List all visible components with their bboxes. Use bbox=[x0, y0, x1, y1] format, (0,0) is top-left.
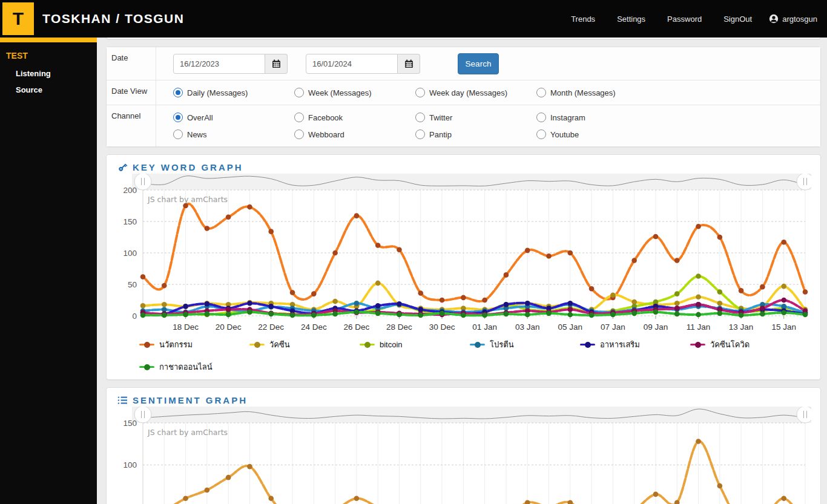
series-bullet-4[interactable] bbox=[268, 304, 274, 309]
nav-link-password[interactable]: Password bbox=[667, 15, 702, 24]
legend-item-bitcoin[interactable]: bitcoin bbox=[360, 338, 470, 351]
series-bullet-0[interactable] bbox=[247, 205, 252, 210]
sidebar-item-source[interactable]: Source bbox=[0, 82, 97, 98]
app-logo[interactable]: T bbox=[2, 2, 34, 35]
series-bullet-6[interactable] bbox=[332, 312, 338, 317]
series-bullet-2[interactable] bbox=[717, 289, 723, 295]
series-bullet-6[interactable] bbox=[653, 309, 659, 315]
date-from-input[interactable] bbox=[173, 54, 265, 74]
series-bullet-6[interactable] bbox=[739, 313, 744, 318]
series-bullet-6[interactable] bbox=[140, 313, 146, 318]
series-bullet-5[interactable] bbox=[674, 306, 680, 311]
series-bullet-0[interactable] bbox=[674, 258, 680, 263]
chart-scrollbar-track[interactable] bbox=[132, 174, 811, 190]
channel-option-webboard[interactable]: Webboard bbox=[294, 129, 415, 139]
series-bullet-5[interactable] bbox=[760, 306, 765, 311]
series-bullet-0[interactable] bbox=[525, 500, 530, 504]
channel-option-pantip[interactable]: Pantip bbox=[415, 129, 536, 139]
chart-scrollbar-handle-right[interactable] bbox=[797, 407, 811, 423]
series-bullet-6[interactable] bbox=[504, 312, 509, 317]
series-bullet-4[interactable] bbox=[205, 301, 210, 307]
channel-option-overall[interactable]: OverAll bbox=[173, 113, 294, 122]
series-bullet-6[interactable] bbox=[781, 310, 786, 316]
legend-item-item-4[interactable]: อาหารเสริม bbox=[580, 338, 690, 351]
dateview-option-daily-messages[interactable]: Daily (Messages) bbox=[173, 88, 294, 97]
search-button[interactable]: Search bbox=[458, 53, 499, 74]
series-bullet-0[interactable] bbox=[183, 496, 188, 502]
series-bullet-1[interactable] bbox=[610, 292, 616, 298]
series-bullet-0[interactable] bbox=[354, 213, 360, 218]
series-bullet-5[interactable] bbox=[568, 307, 573, 312]
series-bullet-6[interactable] bbox=[397, 312, 402, 318]
dateview-option-week-messages[interactable]: Week (Messages) bbox=[294, 88, 415, 97]
series-bullet-1[interactable] bbox=[140, 303, 146, 309]
series-bullet-0[interactable] bbox=[205, 226, 210, 231]
series-bullet-6[interactable] bbox=[610, 312, 616, 318]
series-bullet-0[interactable] bbox=[205, 488, 210, 493]
series-bullet-0[interactable] bbox=[781, 496, 786, 502]
legend-item-item-0[interactable]: นวัตกรรม bbox=[139, 338, 249, 351]
series-bullet-0[interactable] bbox=[653, 492, 659, 497]
nav-link-signout[interactable]: SignOut bbox=[723, 15, 752, 24]
sentiment-chart-canvas[interactable]: 050100150JS chart by amCharts18 Dec20 De… bbox=[115, 407, 811, 504]
series-bullet-6[interactable] bbox=[311, 313, 317, 318]
series-bullet-1[interactable] bbox=[674, 301, 680, 306]
series-bullet-0[interactable] bbox=[397, 247, 402, 253]
series-bullet-6[interactable] bbox=[162, 313, 167, 318]
chart-scrollbar-track[interactable] bbox=[132, 407, 811, 423]
series-bullet-0[interactable] bbox=[226, 214, 231, 220]
series-bullet-0[interactable] bbox=[354, 496, 360, 502]
series-bullet-0[interactable] bbox=[760, 284, 765, 290]
chart-scrollbar-handle-left[interactable] bbox=[134, 174, 151, 190]
series-bullet-5[interactable] bbox=[696, 302, 701, 307]
series-bullet-4[interactable] bbox=[375, 303, 381, 309]
series-bullet-6[interactable] bbox=[226, 312, 231, 318]
series-bullet-6[interactable] bbox=[461, 313, 466, 318]
chart-scrollbar-handle-left[interactable] bbox=[134, 407, 151, 423]
legend-item-item-1[interactable]: วัคซีน bbox=[249, 338, 360, 351]
chart-scrollbar-handle-right[interactable] bbox=[797, 174, 811, 190]
series-bullet-6[interactable] bbox=[290, 313, 295, 318]
series-bullet-0[interactable] bbox=[717, 483, 723, 489]
series-bullet-0[interactable] bbox=[461, 295, 466, 301]
series-bullet-1[interactable] bbox=[717, 301, 723, 306]
series-bullet-1[interactable] bbox=[696, 295, 701, 300]
user-menu[interactable]: argtosgun bbox=[769, 14, 817, 24]
series-bullet-3[interactable] bbox=[354, 301, 360, 306]
series-bullet-0[interactable] bbox=[696, 439, 701, 444]
series-bullet-0[interactable] bbox=[653, 234, 659, 240]
series-bullet-6[interactable] bbox=[717, 311, 723, 316]
series-bullet-6[interactable] bbox=[418, 313, 423, 318]
channel-option-instagram[interactable]: Instagram bbox=[536, 113, 657, 122]
series-bullet-5[interactable] bbox=[781, 298, 786, 303]
series-bullet-4[interactable] bbox=[568, 301, 573, 306]
series-bullet-0[interactable] bbox=[268, 229, 274, 234]
series-bullet-6[interactable] bbox=[760, 312, 765, 317]
series-bullet-4[interactable] bbox=[525, 301, 530, 306]
series-bullet-4[interactable] bbox=[397, 301, 402, 307]
series-bullet-6[interactable] bbox=[803, 312, 808, 318]
series-bullet-6[interactable] bbox=[568, 312, 573, 318]
series-bullet-6[interactable] bbox=[183, 312, 188, 318]
series-bullet-0[interactable] bbox=[332, 250, 338, 256]
series-bullet-6[interactable] bbox=[631, 311, 637, 316]
series-bullet-1[interactable] bbox=[332, 299, 338, 304]
series-bullet-0[interactable] bbox=[311, 291, 317, 296]
series-bullet-2[interactable] bbox=[674, 291, 680, 296]
channel-option-facebook[interactable]: Facebook bbox=[294, 113, 415, 122]
series-bullet-6[interactable] bbox=[205, 312, 210, 317]
dateview-option-month-messages[interactable]: Month (Messages) bbox=[536, 88, 657, 97]
channel-option-youtube[interactable]: Youtube bbox=[536, 129, 657, 139]
channel-option-news[interactable]: News bbox=[173, 129, 294, 139]
series-bullet-0[interactable] bbox=[696, 224, 701, 229]
series-bullet-6[interactable] bbox=[674, 312, 680, 317]
series-bullet-1[interactable] bbox=[375, 281, 381, 286]
series-bullet-6[interactable] bbox=[247, 309, 252, 315]
series-bullet-6[interactable] bbox=[268, 312, 274, 317]
series-bullet-0[interactable] bbox=[247, 464, 252, 470]
date-to-input[interactable] bbox=[306, 54, 398, 74]
series-bullet-0[interactable] bbox=[418, 290, 423, 296]
series-bullet-1[interactable] bbox=[162, 302, 167, 307]
series-bullet-0[interactable] bbox=[140, 274, 146, 280]
series-bullet-6[interactable] bbox=[696, 312, 701, 318]
